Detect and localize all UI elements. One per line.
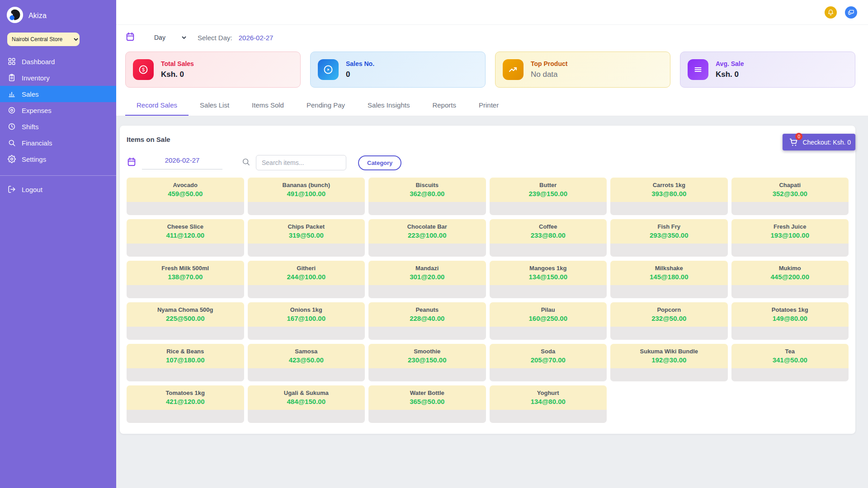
item-card[interactable]: Water Bottle 365@50.00 [368, 385, 486, 423]
item-name: Ugali & Sukuma [250, 389, 363, 396]
item-card[interactable]: Mandazi 301@20.00 [368, 261, 486, 298]
brand-logo-icon [6, 6, 24, 25]
sidebar-item-financials[interactable]: Financials [0, 135, 116, 151]
tab-sales-list[interactable]: Sales List [189, 98, 241, 116]
item-card[interactable]: Ugali & Sukuma 484@150.00 [248, 385, 365, 423]
item-price: 233@80.00 [492, 231, 604, 239]
item-card[interactable]: Potatoes 1kg 149@80.00 [731, 302, 849, 340]
item-card[interactable]: Rice & Beans 107@180.00 [127, 344, 244, 381]
sidebar-menu: Dashboard Inventory Sales Expenses Shift… [0, 53, 116, 167]
stat-value: No data [531, 70, 567, 79]
item-name: Smoothie [371, 348, 483, 355]
item-card[interactable]: Samosa 423@50.00 [248, 344, 365, 381]
item-card[interactable]: Chapati 352@30.00 [731, 178, 849, 215]
item-price: 134@80.00 [492, 398, 604, 405]
item-card[interactable]: Yoghurt 134@80.00 [490, 385, 607, 423]
item-quantity-strip [127, 368, 244, 381]
item-price: 225@500.00 [129, 314, 241, 322]
item-name: Cheese Slice [129, 223, 241, 230]
item-card[interactable]: Coffee 233@80.00 [490, 219, 607, 257]
item-card[interactable]: Mangoes 1kg 134@150.00 [490, 261, 607, 298]
item-card[interactable]: Butter 239@150.00 [490, 178, 607, 215]
sidebar-item-shifts[interactable]: Shifts [0, 118, 116, 135]
item-name: Milkshake [613, 265, 725, 272]
messages-button[interactable] [845, 6, 857, 19]
sidebar-item-label: Sales [22, 90, 39, 98]
item-card[interactable]: Milkshake 145@180.00 [610, 261, 728, 298]
item-quantity-strip [248, 410, 365, 423]
item-quantity-strip [127, 410, 244, 423]
stat-card-sales-no: Sales No. 0 [310, 52, 486, 88]
sidebar-item-label: Financials [22, 139, 52, 147]
stat-value: Ksh. 0 [161, 70, 194, 79]
item-name: Carrots 1kg [613, 182, 725, 188]
item-card[interactable]: Fish Fry 293@350.00 [610, 219, 728, 257]
item-quantity-strip [127, 202, 244, 215]
trend-up-icon [503, 59, 524, 80]
panel-date-field[interactable]: 2026-02-27 [142, 156, 222, 169]
item-card[interactable]: Biscuits 362@80.00 [368, 178, 486, 215]
item-quantity-strip [490, 368, 607, 381]
sidebar-item-sales[interactable]: Sales [0, 86, 116, 102]
item-name: Sukuma Wiki Bundle [613, 348, 725, 355]
item-card[interactable]: Onions 1kg 167@100.00 [248, 302, 365, 340]
item-name: Peanuts [371, 306, 483, 313]
item-card[interactable]: Peanuts 228@40.00 [368, 302, 486, 340]
menu-lines-icon [688, 59, 708, 80]
item-card[interactable]: Avocado 459@50.00 [127, 178, 244, 215]
search-input[interactable] [256, 155, 346, 170]
item-price: 232@50.00 [613, 314, 725, 322]
item-card[interactable]: Tomatoes 1kg 421@120.00 [127, 385, 244, 423]
tab-reports[interactable]: Reports [421, 98, 467, 116]
item-quantity-strip [127, 244, 244, 257]
item-quantity-strip [248, 244, 365, 257]
item-card[interactable]: Smoothie 230@150.00 [368, 344, 486, 381]
selected-date-link[interactable]: 2026-02-27 [239, 34, 274, 42]
tab-items-sold[interactable]: Items Sold [241, 98, 295, 116]
item-card[interactable]: Chocolate Bar 223@100.00 [368, 219, 486, 257]
checkout-button[interactable]: 0 Checkout: Ksh. 0 [783, 134, 855, 150]
cart-badge: 0 [795, 133, 802, 140]
item-price: 411@120.00 [129, 231, 241, 239]
item-card[interactable]: Githeri 244@100.00 [248, 261, 365, 298]
bell-icon [827, 9, 834, 16]
item-card[interactable]: Sukuma Wiki Bundle 192@30.00 [610, 344, 728, 381]
item-card[interactable]: Cheese Slice 411@120.00 [127, 219, 244, 257]
store-selector[interactable]: Nairobi Central Store [7, 33, 80, 46]
item-quantity-strip [610, 244, 728, 257]
item-card[interactable]: Tea 341@50.00 [731, 344, 849, 381]
item-card[interactable]: Mukimo 445@200.00 [731, 261, 849, 298]
logout-button[interactable]: Logout [0, 181, 116, 197]
item-card[interactable]: Carrots 1kg 393@80.00 [610, 178, 728, 215]
checkout-label: Checkout: Ksh. 0 [802, 139, 851, 146]
item-card[interactable]: Pilau 160@250.00 [490, 302, 607, 340]
sidebar-item-dashboard[interactable]: Dashboard [0, 53, 116, 70]
stat-card-top-product: Top Product No data [495, 52, 670, 88]
sidebar-divider [0, 175, 116, 176]
item-quantity-strip [610, 202, 728, 215]
item-name: Potatoes 1kg [734, 306, 846, 313]
tab-pending-pay[interactable]: Pending Pay [295, 98, 356, 116]
item-card[interactable]: Fresh Juice 193@100.00 [731, 219, 849, 257]
item-quantity-strip [248, 202, 365, 215]
sidebar-item-inventory[interactable]: Inventory [0, 70, 116, 86]
item-price: 149@80.00 [734, 314, 846, 322]
logout-icon [8, 185, 16, 193]
tab-record-sales[interactable]: Record Sales [125, 98, 189, 116]
sidebar-item-settings[interactable]: Settings [0, 151, 116, 167]
item-card[interactable]: Soda 205@70.00 [490, 344, 607, 381]
category-button[interactable]: Category [358, 155, 401, 170]
item-card[interactable]: Fresh Milk 500ml 138@70.00 [127, 261, 244, 298]
item-card[interactable]: Bananas (bunch) 491@100.00 [248, 178, 365, 215]
sidebar-item-expenses[interactable]: Expenses [0, 102, 116, 118]
tab-printer[interactable]: Printer [467, 98, 510, 116]
item-quantity-strip [368, 368, 486, 381]
tab-sales-insights[interactable]: Sales Insights [356, 98, 421, 116]
item-card[interactable]: Popcorn 232@50.00 [610, 302, 728, 340]
item-card[interactable]: Chips Packet 319@50.00 [248, 219, 365, 257]
item-quantity-strip [368, 202, 486, 215]
notifications-button[interactable] [825, 6, 837, 19]
period-select[interactable]: Day [152, 33, 188, 42]
item-price: 193@100.00 [734, 231, 846, 239]
item-card[interactable]: Nyama Choma 500g 225@500.00 [127, 302, 244, 340]
